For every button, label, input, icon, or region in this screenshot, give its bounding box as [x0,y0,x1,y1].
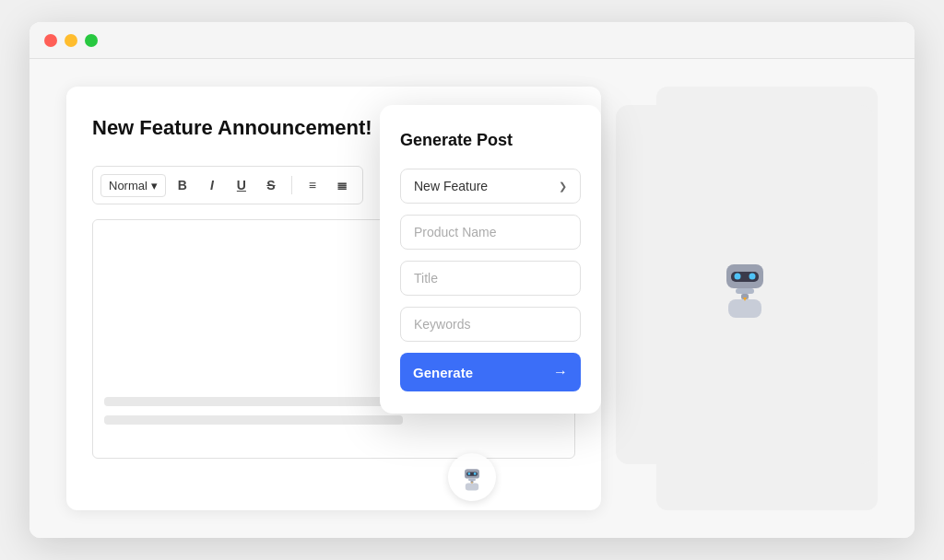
product-name-field [400,215,581,250]
modal-title: Generate Post [400,131,581,150]
generate-arrow-icon: → [553,364,568,380]
svg-point-3 [749,274,756,280]
generate-post-modal: Generate Post New Feature ❯ [380,105,601,414]
robot-panel [616,105,874,464]
minimize-button[interactable] [65,34,77,47]
dropdown-chevron-icon: ❯ [559,181,567,192]
post-type-selected: New Feature [414,179,488,193]
generate-button[interactable]: Generate → [400,353,581,391]
svg-rect-4 [736,288,754,294]
align-left-button[interactable]: ≡ [300,172,325,198]
robot-bottom-icon [448,453,496,501]
editor-toolbar: Normal ▾ B I U S ≡ ≣ [92,166,363,204]
product-name-input[interactable] [400,215,581,250]
svg-point-10 [467,472,470,475]
generate-button-label: Generate [413,365,473,380]
post-type-field: New Feature ❯ [400,169,581,204]
titlebar [30,22,914,59]
maximize-button[interactable] [85,34,98,47]
chevron-down-icon: ▾ [151,179,158,192]
browser-window: New Feature Announcement! Normal ▾ B I U… [30,22,914,538]
svg-rect-12 [468,479,476,481]
strikethrough-button[interactable]: S [258,172,284,198]
keywords-field [400,307,581,342]
svg-point-11 [474,472,477,475]
bold-button[interactable]: B [170,172,195,198]
style-dropdown[interactable]: Normal ▾ [100,174,166,197]
align-right-button[interactable]: ≣ [329,172,355,198]
underline-button[interactable]: U [229,172,254,198]
post-type-dropdown[interactable]: New Feature ❯ [400,169,581,204]
style-label: Normal [109,179,148,192]
svg-rect-6 [728,299,761,318]
italic-button[interactable]: I [199,172,225,198]
title-input[interactable] [400,261,581,296]
robot-small-icon [457,462,487,492]
keywords-input[interactable] [400,307,581,342]
robot-icon [708,248,782,321]
svg-rect-14 [466,483,478,490]
toolbar-divider [291,176,292,194]
editor-line-2 [104,415,403,425]
title-field [400,261,581,296]
svg-point-2 [735,274,741,280]
close-button[interactable] [44,34,57,47]
browser-content: New Feature Announcement! Normal ▾ B I U… [30,59,914,538]
